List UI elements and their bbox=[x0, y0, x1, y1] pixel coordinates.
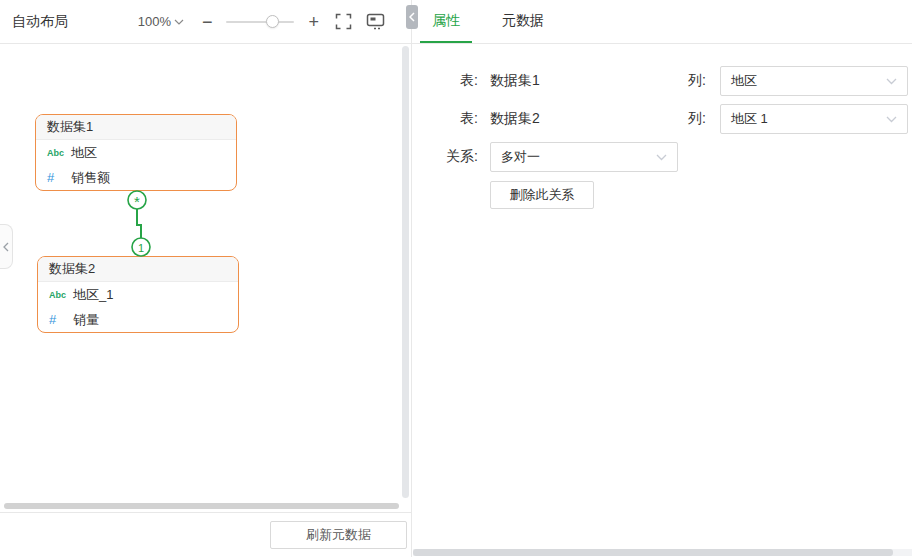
string-type-icon: Abc bbox=[49, 290, 73, 300]
chevron-left-icon bbox=[3, 242, 9, 252]
chevron-down-icon bbox=[886, 116, 897, 123]
fullscreen-icon bbox=[335, 13, 352, 30]
relationship-editor: 自动布局 100% − + bbox=[0, 0, 912, 557]
properties-pane: 属性 元数据 表: 数据集1 列: 地区 表: 数据集2 列: bbox=[412, 0, 912, 557]
one-cardinality-badge: 1 bbox=[138, 242, 144, 254]
number-type-icon: # bbox=[49, 312, 73, 327]
delete-row: 删除此关系 bbox=[490, 181, 912, 209]
properties-form: 表: 数据集1 列: 地区 表: 数据集2 列: 地区 1 bbox=[412, 44, 912, 557]
column-group: 列: 地区 bbox=[688, 66, 912, 96]
dataset-card-2[interactable]: 数据集2 Abc 地区_1 # 销量 bbox=[37, 256, 239, 333]
dataset-card-title[interactable]: 数据集1 bbox=[36, 115, 236, 140]
canvas-footer: 刷新元数据 bbox=[0, 512, 411, 557]
tab-metadata[interactable]: 元数据 bbox=[490, 0, 556, 43]
canvas-horizontal-scrollbar[interactable] bbox=[4, 503, 399, 509]
minimap-icon bbox=[366, 13, 385, 30]
table-value: 数据集1 bbox=[490, 72, 540, 90]
chevron-down-icon bbox=[174, 19, 184, 25]
dataset-card-title[interactable]: 数据集2 bbox=[38, 257, 238, 282]
field-name: 地区 bbox=[71, 144, 97, 162]
table-label: 表: bbox=[440, 72, 478, 90]
chevron-down-icon bbox=[656, 154, 667, 161]
zoom-level-dropdown[interactable]: 100% bbox=[138, 14, 184, 29]
column-group: 列: 地区 1 bbox=[688, 104, 912, 134]
auto-layout-button[interactable]: 自动布局 bbox=[12, 13, 68, 31]
collapse-left-panel-button[interactable] bbox=[0, 224, 13, 269]
properties-tabbar: 属性 元数据 bbox=[412, 0, 912, 44]
zoom-controls: 100% − + bbox=[138, 13, 385, 31]
mapping-row-2: 表: 数据集2 列: 地区 1 bbox=[440, 104, 912, 134]
column-select-1[interactable]: 地区 bbox=[720, 66, 908, 96]
delete-relation-button[interactable]: 删除此关系 bbox=[490, 181, 594, 209]
column-select-2[interactable]: 地区 1 bbox=[720, 104, 908, 134]
many-cardinality-badge: * bbox=[134, 193, 140, 210]
dataset-field[interactable]: # 销售额 bbox=[36, 165, 236, 190]
dataset-field[interactable]: # 销量 bbox=[38, 307, 238, 332]
mapping-row-1: 表: 数据集1 列: 地区 bbox=[440, 66, 912, 96]
table-label: 表: bbox=[440, 110, 478, 128]
chevron-down-icon bbox=[886, 78, 897, 85]
refresh-metadata-button[interactable]: 刷新元数据 bbox=[270, 521, 407, 549]
tab-properties[interactable]: 属性 bbox=[420, 0, 472, 43]
fit-view-button[interactable] bbox=[335, 13, 352, 30]
chevron-left-icon bbox=[409, 12, 415, 22]
column-select-value: 地区 bbox=[731, 72, 757, 90]
panel-horizontal-scrollbar-track[interactable] bbox=[413, 549, 912, 556]
zoom-slider-handle[interactable] bbox=[266, 15, 279, 28]
canvas-toolbar: 自动布局 100% − + bbox=[0, 0, 411, 44]
column-label: 列: bbox=[688, 110, 706, 128]
minimap-toggle-button[interactable] bbox=[366, 13, 385, 30]
field-name: 地区_1 bbox=[73, 286, 113, 304]
panel-horizontal-scrollbar-thumb[interactable] bbox=[413, 549, 893, 556]
number-type-icon: # bbox=[47, 170, 71, 185]
field-name: 销售额 bbox=[71, 169, 110, 187]
canvas-pane: 自动布局 100% − + bbox=[0, 0, 412, 557]
relation-select-value: 多对一 bbox=[501, 148, 540, 166]
relation-label: 关系: bbox=[440, 148, 478, 166]
dataset-card-1[interactable]: 数据集1 Abc 地区 # 销售额 bbox=[35, 114, 237, 191]
zoom-in-button[interactable]: + bbox=[306, 13, 321, 31]
column-label: 列: bbox=[688, 72, 706, 90]
column-select-value: 地区 1 bbox=[731, 110, 768, 128]
zoom-out-button[interactable]: − bbox=[200, 13, 215, 31]
string-type-icon: Abc bbox=[47, 148, 71, 158]
canvas-vertical-scrollbar[interactable] bbox=[402, 46, 409, 498]
zoom-slider[interactable] bbox=[226, 21, 294, 23]
relationship-canvas[interactable]: 数据集1 Abc 地区 # 销售额 数据集2 Abc 地区_1 # bbox=[0, 44, 411, 512]
zoom-level-value: 100% bbox=[138, 14, 171, 29]
dataset-field[interactable]: Abc 地区_1 bbox=[38, 282, 238, 307]
dataset-field[interactable]: Abc 地区 bbox=[36, 140, 236, 165]
field-name: 销量 bbox=[73, 311, 99, 329]
collapse-right-panel-button[interactable] bbox=[406, 5, 418, 29]
relation-row: 关系: 多对一 bbox=[440, 142, 912, 172]
relation-type-select[interactable]: 多对一 bbox=[490, 142, 678, 172]
table-value: 数据集2 bbox=[490, 110, 540, 128]
